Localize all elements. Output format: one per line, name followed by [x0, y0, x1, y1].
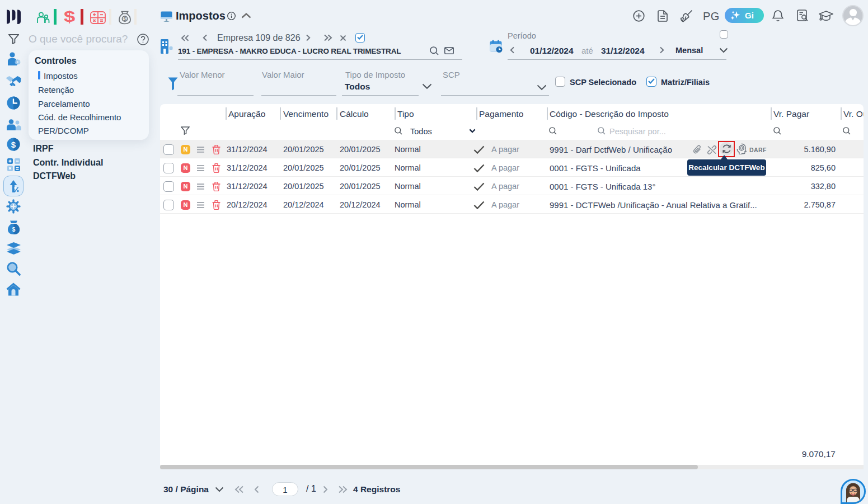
svg-text:$: $	[12, 227, 16, 233]
svg-text:$: $	[123, 16, 126, 22]
svg-text:$: $	[11, 140, 16, 149]
